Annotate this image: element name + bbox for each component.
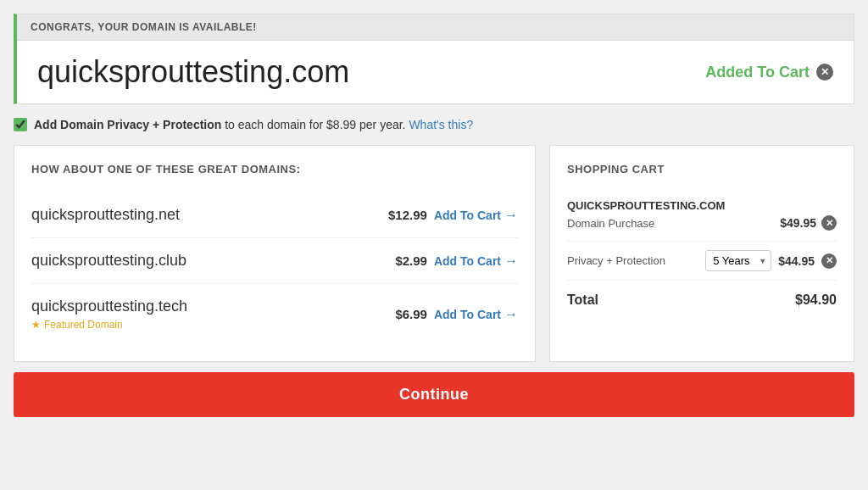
list-item: quicksprouttesting.net $12.99 Add To Car… (31, 192, 518, 238)
privacy-price-row: 1 Year 2 Years 3 Years 4 Years 5 Years $… (705, 250, 837, 271)
privacy-protection-label: Privacy + Protection (567, 254, 665, 267)
domain-item-right-0: $12.99 Add To Cart → (388, 208, 518, 223)
domain-price-1: $2.99 (395, 253, 427, 268)
add-to-cart-button-2[interactable]: Add To Cart → (434, 307, 518, 322)
domain-label-1: quicksprouttesting.club (31, 252, 186, 269)
domain-item-right-2: $6.99 Add To Cart → (395, 307, 518, 322)
add-to-cart-button-1[interactable]: Add To Cart → (434, 253, 518, 269)
suggested-domains-panel: HOW ABOUT ONE OF THESE GREAT DOMAINS: qu… (14, 145, 536, 362)
years-select[interactable]: 1 Year 2 Years 3 Years 4 Years 5 Years (705, 250, 771, 271)
privacy-text: Add Domain Privacy + Protection to each … (34, 118, 473, 131)
domain-label-0: quicksprouttesting.net (31, 206, 180, 223)
added-to-cart-container: Added To Cart ✕ (705, 64, 833, 81)
cart-item-price-container: $49.95 ✕ (780, 215, 837, 231)
domain-name: quicksprouttesting.com (37, 54, 349, 90)
cart-item-header: QUICKSPROUTTESTING.COM (567, 199, 837, 212)
privacy-price-value: $44.95 (778, 254, 815, 268)
privacy-bold-text: Add Domain Privacy + Protection (34, 118, 221, 131)
cart-total-label: Total (567, 292, 598, 308)
suggested-domain-name-0: quicksprouttesting.net (31, 206, 180, 224)
arrow-icon-0: → (504, 208, 518, 223)
main-content: HOW ABOUT ONE OF THESE GREAT DOMAINS: qu… (14, 145, 854, 362)
arrow-icon-2: → (504, 307, 518, 322)
cart-item-price-value: $49.95 (780, 216, 816, 230)
domain-item-right-1: $2.99 Add To Cart → (395, 253, 518, 269)
domain-available-banner: CONGRATS, YOUR DOMAIN IS AVAILABLE! quic… (14, 14, 854, 104)
added-to-cart-label: Added To Cart (705, 64, 810, 81)
domain-row: quicksprouttesting.com Added To Cart ✕ (17, 41, 854, 103)
congrats-text: CONGRATS, YOUR DOMAIN IS AVAILABLE! (31, 21, 257, 33)
remove-domain-button[interactable]: ✕ (816, 64, 833, 81)
list-item: quicksprouttesting.club $2.99 Add To Car… (31, 238, 518, 284)
domain-price-0: $12.99 (388, 208, 427, 222)
featured-label: Featured Domain (44, 319, 123, 331)
list-item: quicksprouttesting.tech ★ Featured Domai… (31, 284, 518, 344)
domain-purchase-label: Domain Purchase (567, 217, 654, 230)
suggested-domain-name-2: quicksprouttesting.tech ★ Featured Domai… (31, 298, 187, 331)
congrats-bar: CONGRATS, YOUR DOMAIN IS AVAILABLE! (17, 14, 854, 41)
star-icon: ★ (31, 319, 41, 331)
suggested-domain-name-1: quicksprouttesting.club (31, 252, 186, 270)
shopping-cart-panel: SHOPPING CART QUICKSPROUTTESTING.COM Dom… (549, 145, 854, 362)
privacy-row: Add Domain Privacy + Protection to each … (14, 118, 854, 131)
cart-domain-item: QUICKSPROUTTESTING.COM Domain Purchase $… (567, 189, 837, 242)
privacy-rest-text: to each domain for $8.99 per year. (225, 118, 405, 131)
domain-price-2: $6.99 (395, 307, 427, 321)
add-to-cart-button-0[interactable]: Add To Cart → (434, 208, 518, 223)
remove-cart-item-button[interactable]: ✕ (821, 215, 837, 231)
suggested-title: HOW ABOUT ONE OF THESE GREAT DOMAINS: (31, 163, 518, 175)
page-wrapper: CONGRATS, YOUR DOMAIN IS AVAILABLE! quic… (14, 14, 854, 417)
privacy-checkbox[interactable] (14, 118, 27, 131)
whats-this-link[interactable]: What's this? (409, 118, 473, 131)
remove-privacy-button[interactable]: ✕ (821, 253, 837, 269)
cart-privacy-item: Privacy + Protection 1 Year 2 Years 3 Ye… (567, 242, 837, 281)
arrow-icon-1: → (504, 253, 518, 269)
years-select-container[interactable]: 1 Year 2 Years 3 Years 4 Years 5 Years (705, 250, 771, 271)
cart-sub-label: Domain Purchase (567, 217, 664, 230)
cart-total-amount: $94.90 (795, 292, 837, 308)
continue-button[interactable]: Continue (14, 372, 854, 417)
domain-label-2: quicksprouttesting.tech (31, 298, 187, 315)
featured-badge: ★ Featured Domain (31, 319, 187, 331)
cart-item-sub: Domain Purchase $49.95 ✕ (567, 215, 837, 231)
cart-title: SHOPPING CART (567, 163, 837, 175)
cart-item-name: QUICKSPROUTTESTING.COM (567, 199, 725, 212)
cart-total-row: Total $94.90 (567, 281, 837, 311)
